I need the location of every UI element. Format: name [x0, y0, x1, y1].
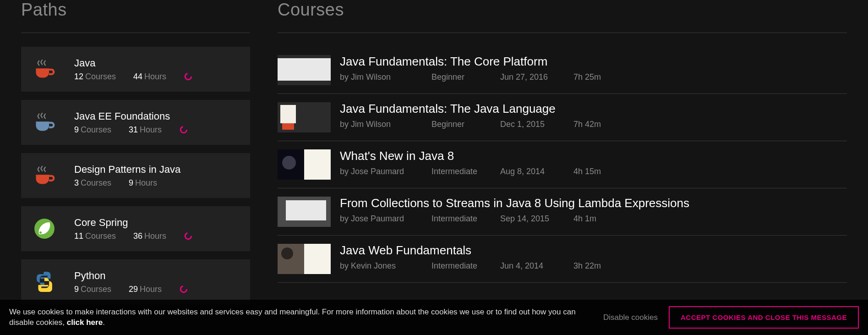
course-title: Java Fundamentals: The Java Language: [340, 102, 847, 116]
course-thumbnail: [278, 55, 331, 85]
path-icon: [32, 269, 57, 294]
path-hours-count: 44Hours: [133, 72, 166, 82]
path-card[interactable]: Design Patterns in Java 3Courses 9Hours: [21, 153, 250, 198]
path-courses-count: 11Courses: [74, 231, 116, 241]
path-icon: [32, 57, 57, 82]
path-icon: [32, 110, 57, 135]
course-duration: 4h 15m: [573, 167, 619, 176]
path-body: Java EE Foundations 9Courses 31Hours: [74, 110, 239, 135]
path-meta: 11Courses 36Hours: [74, 231, 239, 241]
path-body: Core Spring 11Courses 36Hours: [74, 217, 239, 241]
course-author: by Jim Wilson: [340, 72, 431, 82]
course-date: Aug 8, 2014: [500, 167, 573, 176]
path-courses-count: 3Courses: [74, 178, 111, 188]
paths-list: Java 12Courses 44Hours Java EE Foundatio…: [21, 47, 250, 304]
course-author: by Jose Paumard: [340, 214, 431, 224]
path-title: Python: [74, 270, 239, 282]
path-icon: [32, 216, 57, 241]
course-row[interactable]: Java Web Fundamentals by Kevin Jones Int…: [278, 236, 847, 283]
course-title: From Collections to Streams in Java 8 Us…: [340, 197, 847, 210]
svg-point-3: [39, 231, 42, 234]
course-info: From Collections to Streams in Java 8 Us…: [340, 197, 847, 224]
course-level: Beginner: [431, 120, 500, 129]
path-card[interactable]: Python 9Courses 29Hours: [21, 259, 250, 304]
course-title: Java Web Fundamentals: [340, 244, 847, 258]
course-duration: 7h 42m: [573, 120, 619, 129]
course-row[interactable]: Java Fundamentals: The Core Platform by …: [278, 47, 847, 94]
path-body: Python 9Courses 29Hours: [74, 270, 239, 294]
course-meta: by Kevin Jones Intermediate Jun 4, 2014 …: [340, 261, 847, 271]
skilliq-icon: [184, 72, 193, 81]
path-hours-count: 9Hours: [129, 178, 157, 188]
path-courses-count: 9Courses: [74, 285, 111, 294]
course-title: Java Fundamentals: The Core Platform: [340, 55, 847, 69]
path-title: Java: [74, 57, 239, 69]
course-row[interactable]: What's New in Java 8 by Jose Paumard Int…: [278, 141, 847, 188]
course-info: Java Web Fundamentals by Kevin Jones Int…: [340, 244, 847, 271]
skilliq-icon: [179, 125, 188, 134]
accept-cookies-button[interactable]: ACCEPT COOKIES AND CLOSE THIS MESSAGE: [669, 306, 859, 329]
course-thumbnail: [278, 149, 331, 180]
course-duration: 4h 1m: [573, 214, 619, 224]
cookie-click-here-link[interactable]: click here: [67, 318, 103, 327]
svg-point-5: [180, 286, 187, 292]
course-author: by Jose Paumard: [340, 167, 431, 176]
disable-cookies-link[interactable]: Disable cookies: [603, 313, 658, 322]
course-meta: by Jose Paumard Intermediate Aug 8, 2014…: [340, 167, 847, 176]
course-level: Intermediate: [431, 214, 500, 224]
path-meta: 3Courses 9Hours: [74, 178, 239, 188]
course-duration: 3h 22m: [573, 261, 619, 271]
course-meta: by Jim Wilson Beginner Dec 1, 2015 7h 42…: [340, 120, 847, 129]
course-date: Jun 4, 2014: [500, 261, 573, 271]
path-hours-count: 29Hours: [129, 285, 162, 294]
path-courses-count: 9Courses: [74, 125, 111, 135]
course-info: Java Fundamentals: The Core Platform by …: [340, 55, 847, 82]
course-title: What's New in Java 8: [340, 149, 847, 163]
path-title: Design Patterns in Java: [74, 164, 239, 176]
courses-list: Java Fundamentals: The Core Platform by …: [278, 47, 847, 283]
course-duration: 7h 25m: [573, 72, 619, 82]
skilliq-icon: [184, 231, 193, 241]
svg-point-4: [185, 233, 191, 239]
path-courses-count: 12Courses: [74, 72, 116, 82]
path-body: Design Patterns in Java 3Courses 9Hours: [74, 164, 239, 188]
course-date: Dec 1, 2015: [500, 120, 573, 129]
path-meta: 9Courses 29Hours: [74, 285, 239, 294]
path-title: Core Spring: [74, 217, 239, 229]
courses-divider: [278, 33, 847, 33]
paths-heading: Paths: [21, 0, 250, 20]
cookie-text-b: .: [103, 318, 105, 327]
path-body: Java 12Courses 44Hours: [74, 57, 239, 82]
course-meta: by Jim Wilson Beginner Jun 27, 2016 7h 2…: [340, 72, 847, 82]
path-meta: 12Courses 44Hours: [74, 72, 239, 82]
course-date: Sep 14, 2015: [500, 214, 573, 224]
course-thumbnail: [278, 197, 331, 227]
course-date: Jun 27, 2016: [500, 72, 573, 82]
svg-point-1: [180, 126, 187, 133]
path-icon: [32, 163, 57, 188]
course-level: Intermediate: [431, 167, 500, 176]
cookie-text: We use cookies to make interactions with…: [9, 307, 592, 328]
course-thumbnail: [278, 244, 331, 274]
path-card[interactable]: Core Spring 11Courses 36Hours: [21, 206, 250, 251]
course-level: Intermediate: [431, 261, 500, 271]
course-info: Java Fundamentals: The Java Language by …: [340, 102, 847, 129]
course-author: by Jim Wilson: [340, 120, 431, 129]
course-row[interactable]: Java Fundamentals: The Java Language by …: [278, 94, 847, 141]
svg-point-0: [185, 73, 191, 80]
skilliq-icon: [179, 285, 188, 294]
path-hours-count: 31Hours: [129, 125, 162, 135]
course-meta: by Jose Paumard Intermediate Sep 14, 201…: [340, 214, 847, 224]
path-title: Java EE Foundations: [74, 110, 239, 122]
cookie-banner: We use cookies to make interactions with…: [0, 300, 868, 335]
path-card[interactable]: Java 12Courses 44Hours: [21, 47, 250, 92]
paths-divider: [21, 33, 250, 33]
course-info: What's New in Java 8 by Jose Paumard Int…: [340, 149, 847, 176]
course-level: Beginner: [431, 72, 500, 82]
course-row[interactable]: From Collections to Streams in Java 8 Us…: [278, 188, 847, 236]
course-thumbnail: [278, 102, 331, 132]
course-author: by Kevin Jones: [340, 261, 431, 271]
path-card[interactable]: Java EE Foundations 9Courses 31Hours: [21, 100, 250, 145]
path-hours-count: 36Hours: [133, 231, 166, 241]
path-meta: 9Courses 31Hours: [74, 125, 239, 135]
